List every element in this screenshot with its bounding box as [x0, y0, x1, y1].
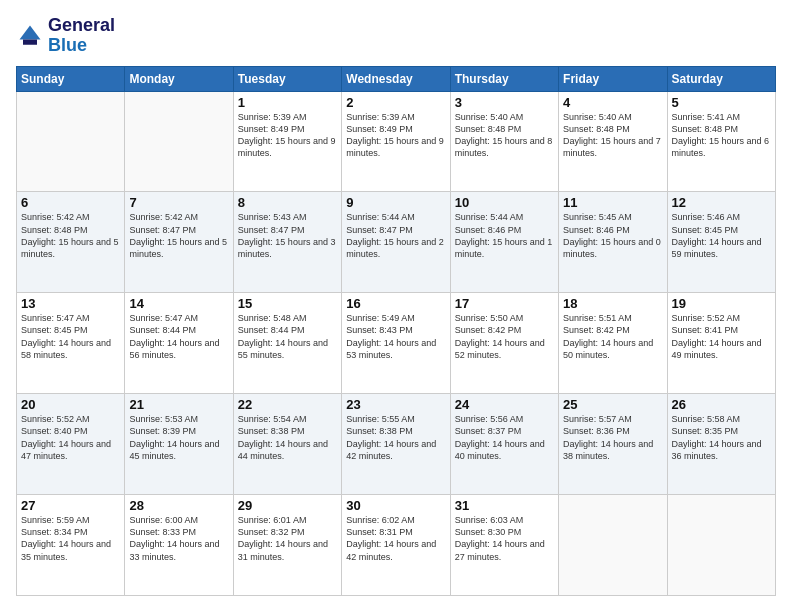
calendar-cell: 13Sunrise: 5:47 AM Sunset: 8:45 PM Dayli… — [17, 293, 125, 394]
calendar-cell: 26Sunrise: 5:58 AM Sunset: 8:35 PM Dayli… — [667, 394, 775, 495]
day-info: Sunrise: 5:57 AM Sunset: 8:36 PM Dayligh… — [563, 413, 662, 462]
header: General Blue — [16, 16, 776, 56]
day-info: Sunrise: 5:40 AM Sunset: 8:48 PM Dayligh… — [563, 111, 662, 160]
calendar-cell: 9Sunrise: 5:44 AM Sunset: 8:47 PM Daylig… — [342, 192, 450, 293]
calendar-cell: 5Sunrise: 5:41 AM Sunset: 8:48 PM Daylig… — [667, 91, 775, 192]
calendar-cell: 31Sunrise: 6:03 AM Sunset: 8:30 PM Dayli… — [450, 495, 558, 596]
day-info: Sunrise: 5:59 AM Sunset: 8:34 PM Dayligh… — [21, 514, 120, 563]
day-info: Sunrise: 5:39 AM Sunset: 8:49 PM Dayligh… — [238, 111, 337, 160]
day-number: 20 — [21, 397, 120, 412]
logo-text-blue: Blue — [48, 36, 115, 56]
day-header-friday: Friday — [559, 66, 667, 91]
page: General Blue SundayMondayTuesdayWednesda… — [0, 0, 792, 612]
calendar-week-4: 20Sunrise: 5:52 AM Sunset: 8:40 PM Dayli… — [17, 394, 776, 495]
calendar-cell: 2Sunrise: 5:39 AM Sunset: 8:49 PM Daylig… — [342, 91, 450, 192]
day-number: 21 — [129, 397, 228, 412]
day-number: 8 — [238, 195, 337, 210]
calendar-cell: 7Sunrise: 5:42 AM Sunset: 8:47 PM Daylig… — [125, 192, 233, 293]
logo: General Blue — [16, 16, 115, 56]
day-number: 11 — [563, 195, 662, 210]
day-info: Sunrise: 5:44 AM Sunset: 8:47 PM Dayligh… — [346, 211, 445, 260]
day-number: 15 — [238, 296, 337, 311]
day-number: 10 — [455, 195, 554, 210]
day-number: 29 — [238, 498, 337, 513]
day-number: 22 — [238, 397, 337, 412]
day-number: 13 — [21, 296, 120, 311]
day-info: Sunrise: 5:45 AM Sunset: 8:46 PM Dayligh… — [563, 211, 662, 260]
day-info: Sunrise: 5:50 AM Sunset: 8:42 PM Dayligh… — [455, 312, 554, 361]
day-number: 5 — [672, 95, 771, 110]
day-number: 16 — [346, 296, 445, 311]
day-info: Sunrise: 5:58 AM Sunset: 8:35 PM Dayligh… — [672, 413, 771, 462]
calendar-cell: 3Sunrise: 5:40 AM Sunset: 8:48 PM Daylig… — [450, 91, 558, 192]
svg-rect-1 — [23, 39, 37, 44]
day-info: Sunrise: 6:01 AM Sunset: 8:32 PM Dayligh… — [238, 514, 337, 563]
calendar-cell: 17Sunrise: 5:50 AM Sunset: 8:42 PM Dayli… — [450, 293, 558, 394]
calendar-cell: 14Sunrise: 5:47 AM Sunset: 8:44 PM Dayli… — [125, 293, 233, 394]
day-number: 30 — [346, 498, 445, 513]
day-info: Sunrise: 5:46 AM Sunset: 8:45 PM Dayligh… — [672, 211, 771, 260]
day-info: Sunrise: 5:54 AM Sunset: 8:38 PM Dayligh… — [238, 413, 337, 462]
calendar-cell: 30Sunrise: 6:02 AM Sunset: 8:31 PM Dayli… — [342, 495, 450, 596]
day-number: 26 — [672, 397, 771, 412]
day-info: Sunrise: 5:39 AM Sunset: 8:49 PM Dayligh… — [346, 111, 445, 160]
calendar-week-5: 27Sunrise: 5:59 AM Sunset: 8:34 PM Dayli… — [17, 495, 776, 596]
day-info: Sunrise: 5:43 AM Sunset: 8:47 PM Dayligh… — [238, 211, 337, 260]
day-number: 27 — [21, 498, 120, 513]
day-info: Sunrise: 6:00 AM Sunset: 8:33 PM Dayligh… — [129, 514, 228, 563]
calendar-cell: 11Sunrise: 5:45 AM Sunset: 8:46 PM Dayli… — [559, 192, 667, 293]
calendar-cell: 18Sunrise: 5:51 AM Sunset: 8:42 PM Dayli… — [559, 293, 667, 394]
day-info: Sunrise: 5:52 AM Sunset: 8:41 PM Dayligh… — [672, 312, 771, 361]
day-header-tuesday: Tuesday — [233, 66, 341, 91]
day-number: 2 — [346, 95, 445, 110]
logo-text-general: General — [48, 16, 115, 36]
calendar-table: SundayMondayTuesdayWednesdayThursdayFrid… — [16, 66, 776, 596]
day-header-saturday: Saturday — [667, 66, 775, 91]
day-info: Sunrise: 5:55 AM Sunset: 8:38 PM Dayligh… — [346, 413, 445, 462]
calendar-cell — [125, 91, 233, 192]
calendar-cell: 19Sunrise: 5:52 AM Sunset: 8:41 PM Dayli… — [667, 293, 775, 394]
calendar-cell — [559, 495, 667, 596]
day-info: Sunrise: 5:56 AM Sunset: 8:37 PM Dayligh… — [455, 413, 554, 462]
day-number: 23 — [346, 397, 445, 412]
day-info: Sunrise: 5:42 AM Sunset: 8:48 PM Dayligh… — [21, 211, 120, 260]
day-number: 3 — [455, 95, 554, 110]
day-info: Sunrise: 5:47 AM Sunset: 8:45 PM Dayligh… — [21, 312, 120, 361]
day-number: 7 — [129, 195, 228, 210]
day-number: 6 — [21, 195, 120, 210]
day-info: Sunrise: 6:02 AM Sunset: 8:31 PM Dayligh… — [346, 514, 445, 563]
calendar-cell: 15Sunrise: 5:48 AM Sunset: 8:44 PM Dayli… — [233, 293, 341, 394]
svg-marker-0 — [20, 25, 41, 39]
day-number: 19 — [672, 296, 771, 311]
calendar-cell: 22Sunrise: 5:54 AM Sunset: 8:38 PM Dayli… — [233, 394, 341, 495]
calendar-cell: 29Sunrise: 6:01 AM Sunset: 8:32 PM Dayli… — [233, 495, 341, 596]
day-info: Sunrise: 5:40 AM Sunset: 8:48 PM Dayligh… — [455, 111, 554, 160]
day-number: 14 — [129, 296, 228, 311]
calendar-week-2: 6Sunrise: 5:42 AM Sunset: 8:48 PM Daylig… — [17, 192, 776, 293]
calendar-cell: 20Sunrise: 5:52 AM Sunset: 8:40 PM Dayli… — [17, 394, 125, 495]
day-info: Sunrise: 5:42 AM Sunset: 8:47 PM Dayligh… — [129, 211, 228, 260]
calendar-cell: 21Sunrise: 5:53 AM Sunset: 8:39 PM Dayli… — [125, 394, 233, 495]
day-info: Sunrise: 6:03 AM Sunset: 8:30 PM Dayligh… — [455, 514, 554, 563]
day-number: 24 — [455, 397, 554, 412]
calendar-cell: 27Sunrise: 5:59 AM Sunset: 8:34 PM Dayli… — [17, 495, 125, 596]
calendar-cell: 1Sunrise: 5:39 AM Sunset: 8:49 PM Daylig… — [233, 91, 341, 192]
day-number: 18 — [563, 296, 662, 311]
day-info: Sunrise: 5:51 AM Sunset: 8:42 PM Dayligh… — [563, 312, 662, 361]
day-info: Sunrise: 5:48 AM Sunset: 8:44 PM Dayligh… — [238, 312, 337, 361]
day-number: 1 — [238, 95, 337, 110]
calendar-header-row: SundayMondayTuesdayWednesdayThursdayFrid… — [17, 66, 776, 91]
day-info: Sunrise: 5:44 AM Sunset: 8:46 PM Dayligh… — [455, 211, 554, 260]
calendar-cell: 4Sunrise: 5:40 AM Sunset: 8:48 PM Daylig… — [559, 91, 667, 192]
day-info: Sunrise: 5:53 AM Sunset: 8:39 PM Dayligh… — [129, 413, 228, 462]
calendar-cell — [17, 91, 125, 192]
day-header-sunday: Sunday — [17, 66, 125, 91]
day-number: 17 — [455, 296, 554, 311]
day-info: Sunrise: 5:52 AM Sunset: 8:40 PM Dayligh… — [21, 413, 120, 462]
day-info: Sunrise: 5:49 AM Sunset: 8:43 PM Dayligh… — [346, 312, 445, 361]
calendar-cell: 23Sunrise: 5:55 AM Sunset: 8:38 PM Dayli… — [342, 394, 450, 495]
day-header-thursday: Thursday — [450, 66, 558, 91]
calendar-cell: 8Sunrise: 5:43 AM Sunset: 8:47 PM Daylig… — [233, 192, 341, 293]
logo-icon — [16, 22, 44, 50]
calendar-cell — [667, 495, 775, 596]
